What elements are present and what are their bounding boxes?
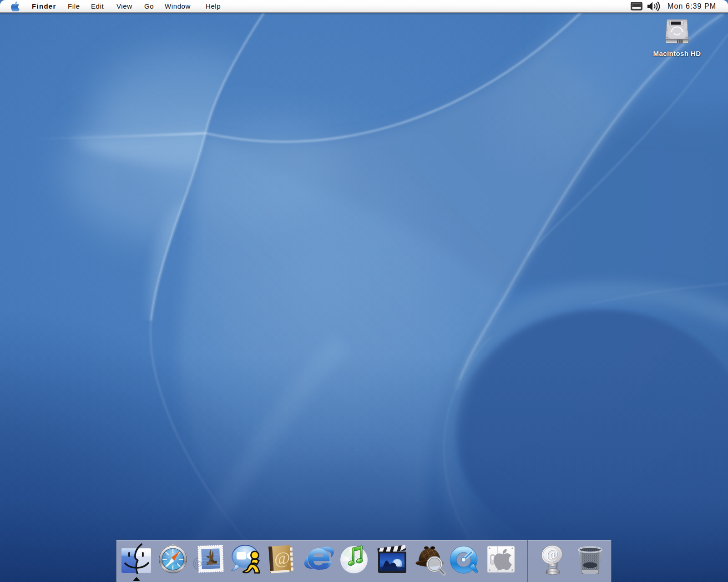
svg-text:@: @: [274, 548, 290, 567]
